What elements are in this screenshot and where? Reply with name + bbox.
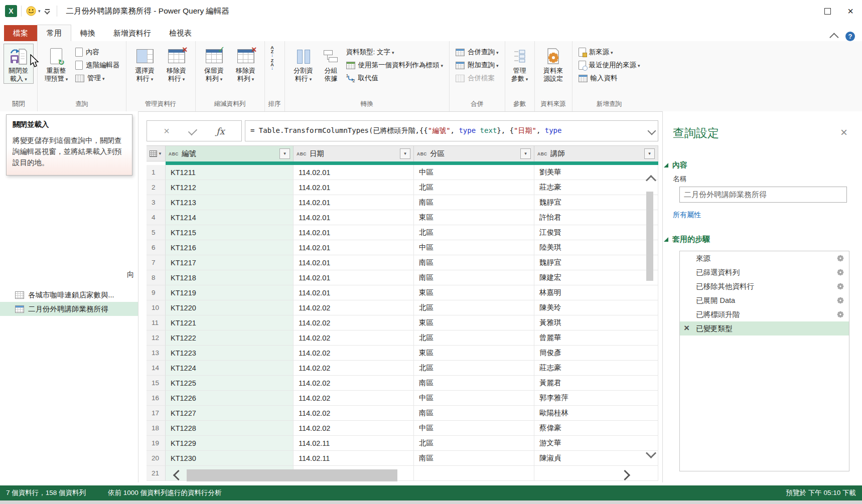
- step-gear-icon[interactable]: [837, 311, 844, 318]
- table-cell[interactable]: KT1216: [166, 240, 294, 255]
- table-cell[interactable]: 南區: [414, 270, 534, 285]
- query-name-input[interactable]: 二月份外聘講師業務所得: [679, 187, 847, 203]
- table-cell[interactable]: KT1221: [166, 315, 294, 330]
- table-cell[interactable]: KT1215: [166, 225, 294, 240]
- table-cell[interactable]: KT1230: [166, 451, 294, 466]
- column-header[interactable]: 日期: [294, 145, 414, 161]
- table-cell[interactable]: 114.02.01: [294, 225, 414, 240]
- merge-queries-button[interactable]: 合併查詢: [453, 46, 501, 59]
- new-source-button[interactable]: 新來源: [576, 46, 643, 59]
- table-cell[interactable]: KT1217: [166, 255, 294, 270]
- step-gear-icon[interactable]: [837, 283, 844, 290]
- table-cell[interactable]: 114.02.01: [294, 165, 414, 180]
- column-header[interactable]: 分區: [414, 145, 534, 161]
- query-list-item[interactable]: 各城市咖啡連鎖店家數與...: [0, 288, 138, 302]
- table-cell[interactable]: KT1225: [166, 376, 294, 391]
- use-first-row-as-headers-button[interactable]: 使用第一個資料列作為標頭: [344, 59, 446, 72]
- table-cell[interactable]: 南區: [414, 406, 534, 421]
- table-cell[interactable]: 林嘉明: [534, 285, 658, 300]
- table-cell[interactable]: KT1211: [166, 165, 294, 180]
- table-cell[interactable]: 劉美華: [534, 165, 658, 180]
- table-cell[interactable]: 游文華: [534, 436, 658, 451]
- smiley-dropdown-caret[interactable]: ▾: [38, 9, 41, 14]
- refresh-preview-button[interactable]: ↻ 重新整理預覽: [41, 44, 71, 84]
- table-cell[interactable]: 114.02.01: [294, 180, 414, 195]
- table-cell[interactable]: 114.02.02: [294, 361, 414, 376]
- step-gear-icon[interactable]: [837, 297, 844, 304]
- table-cell[interactable]: 114.02.02: [294, 376, 414, 391]
- step-gear-icon[interactable]: [837, 269, 844, 276]
- table-cell[interactable]: 114.02.02: [294, 391, 414, 406]
- table-cell[interactable]: 陳美玲: [534, 300, 658, 315]
- delete-step-icon[interactable]: ×: [684, 322, 689, 333]
- table-cell[interactable]: 黃麗君: [534, 376, 658, 391]
- manage-parameters-button[interactable]: 管理參數: [509, 44, 531, 84]
- table-cell[interactable]: 114.02.11: [294, 451, 414, 466]
- vertical-scrollbar-thumb[interactable]: [646, 192, 653, 281]
- applied-step[interactable]: 來源: [680, 251, 849, 265]
- tab-transform[interactable]: 轉換: [71, 25, 104, 41]
- table-cell[interactable]: 南區: [414, 451, 534, 466]
- table-cell[interactable]: 郭李雅萍: [534, 391, 658, 406]
- table-menu-button[interactable]: ▼: [147, 145, 166, 161]
- table-cell[interactable]: KT1227: [166, 406, 294, 421]
- table-cell[interactable]: 中區: [414, 165, 534, 180]
- table-cell[interactable]: 北區: [414, 361, 534, 376]
- remove-columns-button[interactable]: × 移除資料行: [162, 44, 192, 84]
- table-cell[interactable]: 許怡君: [534, 210, 658, 225]
- table-cell[interactable]: 東區: [414, 210, 534, 225]
- applied-step[interactable]: 已展開 Data: [680, 293, 849, 307]
- table-cell[interactable]: 陳淑貞: [534, 451, 658, 466]
- group-by-button[interactable]: 分組依據: [320, 44, 342, 83]
- split-column-button[interactable]: 分割資料行: [289, 44, 319, 84]
- table-cell[interactable]: 南區: [414, 195, 534, 210]
- append-queries-button[interactable]: 附加查詢: [453, 59, 501, 72]
- table-cell[interactable]: 114.02.11: [294, 436, 414, 451]
- applied-step[interactable]: ×已變更類型: [680, 321, 849, 335]
- table-cell[interactable]: 曾麗華: [534, 330, 658, 346]
- table-cell[interactable]: 114.02.02: [294, 421, 414, 436]
- filter-button[interactable]: [520, 148, 531, 159]
- table-cell[interactable]: 江俊賢: [534, 225, 658, 240]
- table-cell[interactable]: 黃雅琪: [534, 315, 658, 330]
- table-cell[interactable]: 歐陽桂林: [534, 406, 658, 421]
- table-cell[interactable]: 北區: [414, 330, 534, 346]
- table-cell[interactable]: 東區: [414, 346, 534, 361]
- tab-file[interactable]: 檔案: [4, 25, 37, 41]
- query-list-item[interactable]: 二月份外聘講師業務所得: [0, 302, 138, 316]
- table-cell[interactable]: KT1228: [166, 421, 294, 436]
- column-header[interactable]: 編號: [166, 145, 294, 161]
- table-cell[interactable]: 中區: [414, 391, 534, 406]
- table-cell[interactable]: 中區: [414, 240, 534, 255]
- enter-data-button[interactable]: 輸入資料: [576, 72, 643, 85]
- restore-window-button[interactable]: [816, 0, 839, 22]
- advanced-editor-button[interactable]: 進階編輯器: [73, 59, 122, 72]
- expand-formula-icon[interactable]: [648, 127, 656, 135]
- smiley-icon[interactable]: [26, 6, 37, 17]
- table-cell[interactable]: 114.02.02: [294, 330, 414, 346]
- close-window-button[interactable]: ×: [839, 0, 862, 22]
- table-cell[interactable]: KT1220: [166, 300, 294, 315]
- table-cell[interactable]: 114.02.01: [294, 195, 414, 210]
- table-cell[interactable]: KT1214: [166, 210, 294, 225]
- data-type-button[interactable]: 資料類型: 文字: [344, 46, 446, 59]
- applied-step[interactable]: 已篩選資料列: [680, 265, 849, 279]
- table-cell[interactable]: 114.02.01: [294, 270, 414, 285]
- table-cell[interactable]: 114.02.02: [294, 315, 414, 330]
- help-icon[interactable]: ?: [845, 32, 855, 41]
- table-cell[interactable]: 114.02.02: [294, 406, 414, 421]
- table-cell[interactable]: KT1218: [166, 270, 294, 285]
- tab-add-column[interactable]: 新增資料行: [104, 25, 160, 41]
- sort-ascending-button[interactable]: AZ↓: [268, 46, 276, 57]
- table-cell[interactable]: 魏靜宜: [534, 255, 658, 270]
- table-cell[interactable]: 南區: [414, 255, 534, 270]
- table-cell[interactable]: 114.02.01: [294, 240, 414, 255]
- applied-steps-section-header[interactable]: 套用的步驟: [664, 235, 710, 244]
- table-cell[interactable]: 莊志豪: [534, 361, 658, 376]
- table-cell[interactable]: 簡俊彥: [534, 346, 658, 361]
- filter-button[interactable]: [644, 148, 655, 159]
- data-source-settings-button[interactable]: 資料來源設定: [538, 44, 568, 83]
- replace-values-button[interactable]: 1 2 取代值: [344, 72, 446, 85]
- sort-descending-button[interactable]: ZA↓: [268, 59, 276, 70]
- table-cell[interactable]: 東區: [414, 315, 534, 330]
